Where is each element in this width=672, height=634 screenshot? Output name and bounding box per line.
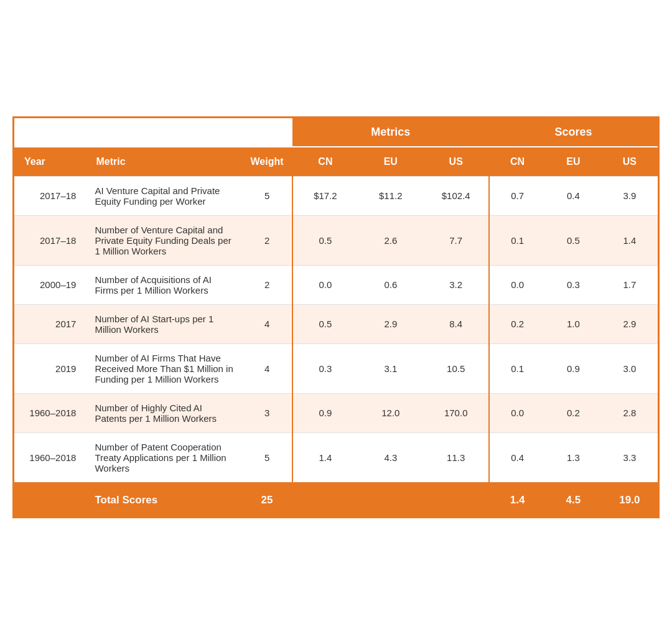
metrics-group-header: Metrics [292, 118, 489, 147]
weight-cell: 2 [242, 265, 292, 304]
us-metrics-col-header: US [424, 147, 489, 177]
year-col-header: Year [14, 147, 86, 177]
year-cell: 2017–18 [14, 176, 86, 215]
empty-header [14, 118, 292, 147]
weight-col-header: Weight [242, 147, 292, 177]
metrics-eu-cell: 2.9 [358, 304, 423, 343]
table-row: 1960–2018Number of Patent Cooperation Tr… [14, 432, 658, 483]
metric-cell: Number of AI Firms That Have Received Mo… [86, 343, 242, 393]
scores-us-cell: 1.7 [602, 265, 658, 304]
metric-cell: Number of Acquisitions of AI Firms per 1… [86, 265, 242, 304]
scores-group-header: Scores [489, 118, 658, 147]
year-cell: 2019 [14, 343, 86, 393]
metric-cell: Number of AI Start-ups per 1 Million Wor… [86, 304, 242, 343]
metrics-eu-cell: $11.2 [358, 176, 423, 215]
scores-us-cell: 3.9 [602, 176, 658, 215]
scores-eu-cell: 0.2 [545, 393, 601, 432]
table-row: 2019Number of AI Firms That Have Receive… [14, 343, 658, 393]
metric-cell: AI Venture Capital and Private Equity Fu… [86, 176, 242, 215]
metrics-us-cell: 7.7 [424, 215, 489, 265]
scores-cn-cell: 0.2 [489, 304, 545, 343]
year-cell: 2000–19 [14, 265, 86, 304]
metrics-eu-cell: 2.6 [358, 215, 423, 265]
group-header-row: Metrics Scores [14, 118, 658, 147]
metrics-us-cell: 11.3 [424, 432, 489, 483]
table-row: 2000–19Number of Acquisitions of AI Firm… [14, 265, 658, 304]
eu-metrics-col-header: EU [358, 147, 423, 177]
main-table-wrapper: Metrics Scores Year Metric Weight CN EU … [12, 116, 660, 518]
table-row: 1960–2018Number of Highly Cited AI Paten… [14, 393, 658, 432]
total-row: Total Scores251.44.519.0 [14, 483, 658, 516]
weight-cell: 4 [242, 343, 292, 393]
weight-cell: 5 [242, 432, 292, 483]
metric-cell: Number of Patent Cooperation Treaty Appl… [86, 432, 242, 483]
metrics-us-cell: $102.4 [424, 176, 489, 215]
metrics-eu-cell: 0.6 [358, 265, 423, 304]
scores-cn-cell: 0.1 [489, 215, 545, 265]
table-row: 2017–18AI Venture Capital and Private Eq… [14, 176, 658, 215]
metrics-cn-cell: $17.2 [292, 176, 358, 215]
metrics-us-cell: 170.0 [424, 393, 489, 432]
scores-eu-cell: 1.3 [545, 432, 601, 483]
table-row: 2017Number of AI Start-ups per 1 Million… [14, 304, 658, 343]
metric-cell: Number of Venture Capital and Private Eq… [86, 215, 242, 265]
eu-scores-col-header: EU [545, 147, 601, 177]
year-cell: 2017–18 [14, 215, 86, 265]
metrics-eu-cell: 4.3 [358, 432, 423, 483]
year-cell: 1960–2018 [14, 393, 86, 432]
metrics-us-cell: 8.4 [424, 304, 489, 343]
scores-cn-cell: 0.1 [489, 343, 545, 393]
weight-cell: 5 [242, 176, 292, 215]
metrics-cn-cell: 0.3 [292, 343, 358, 393]
total-scores-eu: 4.5 [545, 483, 601, 516]
scores-eu-cell: 0.4 [545, 176, 601, 215]
scores-eu-cell: 0.5 [545, 215, 601, 265]
scores-eu-cell: 0.3 [545, 265, 601, 304]
scores-cn-cell: 0.4 [489, 432, 545, 483]
weight-cell: 2 [242, 215, 292, 265]
cn-scores-col-header: CN [489, 147, 545, 177]
year-cell: 2017 [14, 304, 86, 343]
table-row: 2017–18Number of Venture Capital and Pri… [14, 215, 658, 265]
metric-col-header: Metric [86, 147, 242, 177]
total-scores-cn: 1.4 [489, 483, 545, 516]
metric-cell: Number of Highly Cited AI Patents per 1 … [86, 393, 242, 432]
metrics-cn-cell: 0.5 [292, 304, 358, 343]
metrics-cn-cell: 1.4 [292, 432, 358, 483]
scores-us-cell: 1.4 [602, 215, 658, 265]
cn-metrics-col-header: CN [292, 147, 358, 177]
scores-eu-cell: 1.0 [545, 304, 601, 343]
col-header-row: Year Metric Weight CN EU US CN EU US [14, 147, 658, 177]
scores-cn-cell: 0.7 [489, 176, 545, 215]
year-cell: 1960–2018 [14, 432, 86, 483]
scores-cn-cell: 0.0 [489, 265, 545, 304]
scores-us-cell: 2.9 [602, 304, 658, 343]
us-scores-col-header: US [602, 147, 658, 177]
scores-us-cell: 3.0 [602, 343, 658, 393]
metrics-cn-cell: 0.9 [292, 393, 358, 432]
weight-cell: 4 [242, 304, 292, 343]
metrics-cn-cell: 0.0 [292, 265, 358, 304]
metrics-us-cell: 3.2 [424, 265, 489, 304]
scores-us-cell: 2.8 [602, 393, 658, 432]
metrics-eu-cell: 3.1 [358, 343, 423, 393]
total-weight-cell: 25 [242, 483, 292, 516]
scores-us-cell: 3.3 [602, 432, 658, 483]
metrics-us-cell: 10.5 [424, 343, 489, 393]
metrics-cn-cell: 0.5 [292, 215, 358, 265]
scores-eu-cell: 0.9 [545, 343, 601, 393]
total-scores-us: 19.0 [602, 483, 658, 516]
total-metrics-empty [292, 483, 489, 516]
metrics-eu-cell: 12.0 [358, 393, 423, 432]
total-label-cell: Total Scores [86, 483, 242, 516]
scores-cn-cell: 0.0 [489, 393, 545, 432]
weight-cell: 3 [242, 393, 292, 432]
total-year-cell [14, 483, 86, 516]
